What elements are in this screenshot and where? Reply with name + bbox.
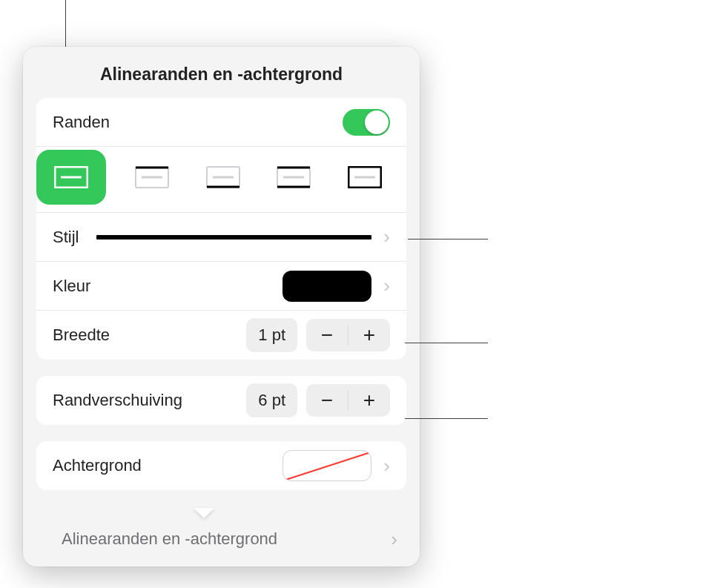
chevron-right-icon: ›	[383, 274, 390, 297]
border-all-button[interactable]	[36, 150, 106, 205]
toggle-knob	[365, 110, 389, 134]
randverschuiving-stepper: − +	[306, 384, 390, 417]
randverschuiving-value: 6 pt	[246, 383, 297, 417]
randverschuiving-plus-button[interactable]: +	[348, 384, 390, 417]
row-randverschuiving: Randverschuiving 6 pt − +	[36, 376, 406, 425]
stijl-label: Stijl	[53, 228, 79, 247]
chevron-right-icon: ›	[383, 455, 390, 478]
border-top-button[interactable]	[127, 159, 177, 196]
breedte-label: Breedte	[53, 326, 110, 345]
popover-title: Alinearanden en -achtergrond	[23, 47, 420, 98]
kleur-swatch[interactable]	[282, 271, 371, 302]
breedte-value: 1 pt	[246, 318, 297, 352]
callout-leader-breedte	[405, 343, 488, 343]
group-offset: Randverschuiving 6 pt − +	[36, 376, 406, 425]
callout-leader-top	[65, 0, 66, 47]
popover-body: Alinearanden en -achtergrond Randen	[23, 47, 420, 509]
chevron-right-icon: ›	[391, 528, 397, 551]
callout-leader-stijl	[408, 239, 488, 240]
popover-panel: Alinearanden en -achtergrond › Alinearan…	[23, 47, 420, 566]
chevron-right-icon: ›	[383, 225, 390, 248]
row-breedte: Breedte 1 pt − +	[36, 311, 406, 360]
randen-toggle[interactable]	[343, 109, 390, 136]
breedte-minus-button[interactable]: −	[306, 319, 348, 351]
achtergrond-label: Achtergrond	[53, 456, 142, 475]
group-achtergrond: Achtergrond ›	[36, 441, 406, 490]
row-stijl[interactable]: Stijl ›	[36, 213, 406, 262]
under-menu-label: Alinearanden en -achtergrond	[62, 529, 277, 549]
row-achtergrond[interactable]: Achtergrond ›	[36, 441, 406, 490]
randen-label: Randen	[53, 113, 110, 132]
stijl-line-preview	[96, 235, 371, 240]
breedte-stepper: − +	[306, 319, 390, 351]
border-position-segments	[36, 147, 406, 213]
randverschuiving-minus-button[interactable]: −	[306, 384, 348, 417]
randverschuiving-label: Randverschuiving	[53, 391, 182, 410]
under-menu-row[interactable]: Alinearanden en -achtergrond ›	[62, 518, 397, 561]
kleur-label: Kleur	[53, 277, 90, 296]
callout-leader-randverschuiving	[405, 418, 488, 419]
border-box-button[interactable]	[340, 159, 390, 196]
row-kleur[interactable]: Kleur ›	[36, 262, 406, 311]
border-bottom-button[interactable]	[198, 159, 248, 196]
popover-tail	[194, 508, 214, 518]
border-topbottom-button[interactable]	[268, 159, 319, 196]
group-borders: Randen	[36, 98, 406, 360]
breedte-plus-button[interactable]: +	[348, 319, 390, 351]
achtergrond-swatch[interactable]	[282, 450, 371, 481]
row-randen: Randen	[36, 98, 406, 147]
